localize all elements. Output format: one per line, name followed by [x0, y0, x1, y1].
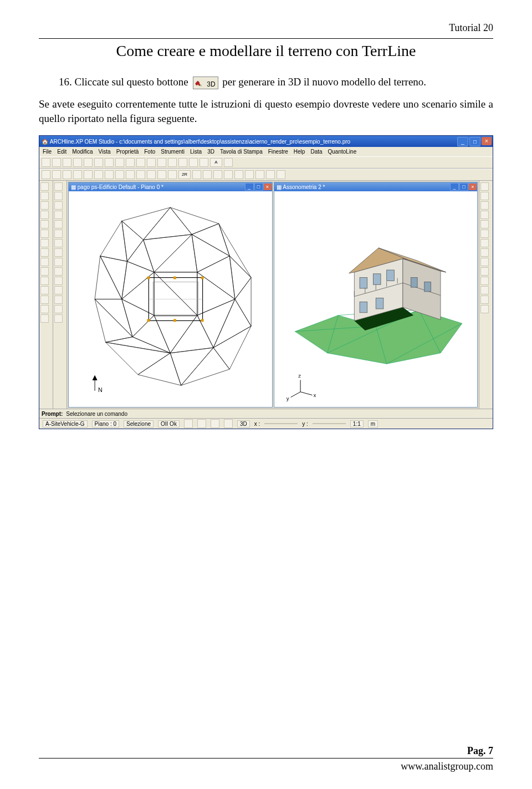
status-scale[interactable]: 1:1 — [350, 420, 364, 427]
toolbar-icon[interactable] — [157, 170, 166, 179]
tool-icon[interactable] — [480, 286, 489, 294]
status-layer[interactable]: A-SiteVehicle-G — [43, 420, 88, 427]
toolbar-icon[interactable] — [42, 158, 50, 167]
toolbar-icon[interactable] — [147, 170, 156, 179]
status-x-field[interactable] — [264, 423, 298, 424]
toolbar-icon[interactable] — [42, 170, 50, 179]
toolbar-icon[interactable] — [203, 170, 212, 179]
toolbar-icon[interactable] — [84, 158, 93, 167]
tool-icon[interactable] — [54, 239, 63, 247]
tool-icon[interactable] — [54, 267, 63, 276]
status-selezione[interactable]: Selezione — [124, 420, 154, 427]
tool-icon[interactable] — [480, 258, 489, 266]
tool-icon[interactable] — [40, 220, 49, 228]
toolbar-icon[interactable] — [224, 170, 233, 179]
tool-icon[interactable] — [40, 267, 49, 276]
tool-icon[interactable] — [54, 248, 63, 257]
status-ok[interactable]: OII Ok — [158, 420, 180, 427]
toolbar-icon[interactable] — [126, 170, 135, 179]
toolbar-icon[interactable] — [192, 170, 201, 179]
menu-item[interactable]: Tavola di Stampa — [220, 149, 263, 155]
status-3d[interactable]: 3D — [237, 420, 250, 427]
tool-icon[interactable] — [480, 182, 489, 191]
tool-icon[interactable] — [54, 314, 63, 323]
toolbar-icon[interactable] — [213, 170, 222, 179]
toolbar-icon[interactable] — [147, 158, 156, 167]
tool-icon[interactable] — [54, 201, 63, 210]
tool-icon[interactable] — [480, 211, 489, 219]
minimize-button[interactable]: _ — [457, 137, 468, 146]
status-icon[interactable] — [197, 419, 206, 428]
tool-icon[interactable] — [480, 201, 489, 210]
menu-item[interactable]: Edit — [57, 149, 66, 155]
3d-generate-button[interactable]: 3D — [193, 77, 218, 89]
toolbar-icon[interactable] — [52, 170, 61, 179]
toolbar-icon[interactable] — [266, 170, 275, 179]
plan-canvas[interactable]: N — [69, 191, 272, 407]
tool-icon[interactable] — [480, 220, 489, 228]
tool-icon[interactable] — [54, 192, 63, 200]
menu-item[interactable]: File — [43, 149, 52, 155]
maximize-button[interactable]: □ — [469, 137, 480, 146]
tool-icon[interactable] — [40, 192, 49, 200]
toolbar-icon[interactable] — [94, 158, 103, 167]
toolbar-icon[interactable] — [63, 158, 71, 167]
tool-icon[interactable] — [40, 305, 49, 313]
toolbar-icon[interactable] — [52, 158, 61, 167]
tool-icon[interactable] — [40, 230, 49, 238]
toolbar-icon[interactable] — [234, 170, 243, 179]
tool-icon[interactable] — [54, 258, 63, 266]
menu-item[interactable]: Data — [310, 149, 322, 155]
toolbar-icon[interactable] — [136, 170, 145, 179]
status-icon[interactable] — [184, 419, 193, 428]
toolbar-icon[interactable] — [73, 170, 82, 179]
tool-icon[interactable] — [40, 277, 49, 285]
tool-icon[interactable] — [54, 220, 63, 228]
menu-item[interactable]: Help — [294, 149, 305, 155]
toolbar-icon[interactable] — [73, 158, 82, 167]
doc-minimize-button[interactable]: _ — [450, 183, 459, 191]
doc-minimize-button[interactable]: _ — [245, 183, 254, 191]
tool-icon[interactable] — [480, 248, 489, 257]
menu-item[interactable]: Strumenti — [161, 149, 185, 155]
status-icon[interactable] — [224, 419, 233, 428]
tool-icon[interactable] — [54, 305, 63, 313]
toolbar-icon[interactable] — [105, 170, 114, 179]
toolbar-icon[interactable] — [115, 158, 124, 167]
tool-icon[interactable] — [480, 296, 489, 304]
menu-item[interactable]: QuantoLine — [328, 149, 357, 155]
toolbar-icon[interactable] — [105, 158, 114, 167]
toolbar-icon[interactable] — [245, 170, 254, 179]
status-y-field[interactable] — [313, 423, 346, 424]
menu-item[interactable]: Finestre — [268, 149, 288, 155]
doc-close-button[interactable]: × — [264, 184, 272, 190]
tool-icon[interactable] — [480, 230, 489, 238]
menu-item[interactable]: 3D — [207, 149, 214, 155]
toolbar-icon[interactable] — [157, 158, 166, 167]
tool-icon[interactable] — [54, 230, 63, 238]
tool-icon[interactable] — [54, 296, 63, 304]
toolbar-icon[interactable] — [178, 158, 187, 167]
axon-canvas[interactable]: z x y — [274, 191, 478, 407]
doc-maximize-button[interactable]: □ — [459, 183, 468, 191]
tool-icon[interactable] — [40, 239, 49, 247]
toolbar-icon[interactable] — [126, 158, 135, 167]
tool-icon[interactable] — [40, 182, 49, 191]
toolbar-icon[interactable] — [224, 158, 233, 167]
tool-icon[interactable] — [40, 286, 49, 294]
toolbar-icon[interactable] — [255, 170, 264, 179]
tool-icon[interactable] — [54, 277, 63, 285]
tool-icon[interactable] — [480, 267, 489, 276]
menu-item[interactable]: Foto — [144, 149, 155, 155]
toolbar-icon[interactable]: A — [210, 158, 222, 167]
doc-maximize-button[interactable]: □ — [254, 183, 263, 191]
tool-icon[interactable] — [40, 296, 49, 304]
tool-icon[interactable] — [480, 192, 489, 200]
toolbar-icon[interactable] — [189, 158, 198, 167]
status-icon[interactable] — [211, 419, 219, 428]
tool-icon[interactable] — [480, 277, 489, 285]
tool-icon[interactable] — [40, 248, 49, 257]
tool-icon[interactable] — [480, 239, 489, 247]
close-button[interactable]: × — [482, 137, 492, 145]
tool-icon[interactable] — [40, 314, 49, 323]
